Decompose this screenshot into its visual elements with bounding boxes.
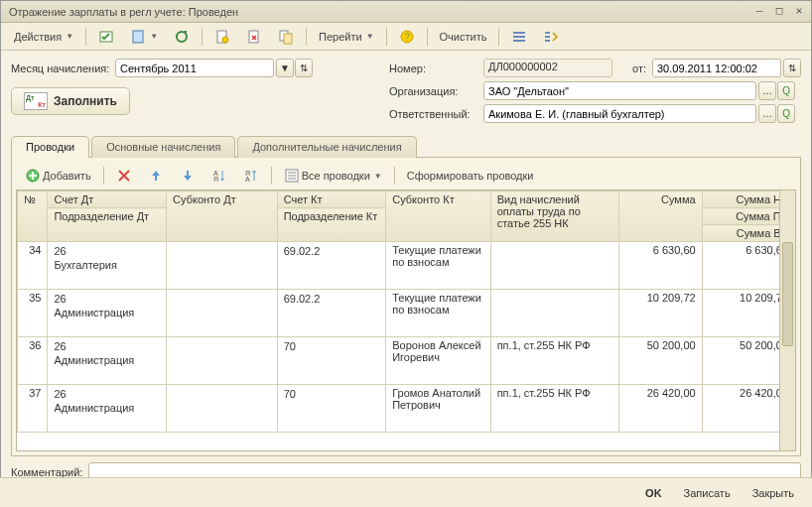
month-spinner-button[interactable]: ⇅ (295, 59, 313, 77)
resp-label: Ответственный: (389, 108, 483, 120)
org-select-button[interactable]: … (758, 81, 776, 100)
resp-search-button[interactable]: Q (777, 104, 795, 123)
refresh-icon[interactable] (167, 26, 197, 48)
fill-button[interactable]: Заполнить (11, 87, 130, 115)
all-entries-button[interactable]: Все проводки ▼ (277, 165, 389, 187)
move-down-icon[interactable] (173, 165, 203, 187)
resp-select-button[interactable]: … (758, 104, 776, 123)
month-label: Месяц начисления: (11, 63, 115, 74)
footer: OK Записать Закрыть (0, 477, 812, 507)
table-row[interactable]: 3426Бухгалтерия69.02.2Текущие платежи по… (18, 242, 795, 290)
month-dropdown-button[interactable]: ▼ (276, 59, 294, 77)
month-input[interactable] (115, 59, 274, 77)
form-entries-label: Сформировать проводки (407, 170, 534, 182)
org-label: Организация: (389, 85, 483, 97)
tab-additional-accruals[interactable]: Дополнительные начисления (237, 136, 416, 158)
titlebar: Отражение зарплаты в регл учете: Проведе… (1, 1, 811, 23)
svg-rect-12 (513, 40, 525, 42)
goto-menu[interactable]: Перейти ▼ (312, 26, 381, 48)
maximize-button[interactable]: □ (771, 5, 787, 19)
org-input[interactable] (483, 81, 756, 100)
svg-rect-11 (513, 36, 525, 38)
form-entries-button[interactable]: Сформировать проводки (400, 165, 541, 187)
settings-icon[interactable] (536, 26, 566, 48)
col-no[interactable]: № (18, 191, 48, 242)
svg-rect-1 (133, 31, 143, 43)
actions-label: Действия (14, 31, 62, 43)
chevron-down-icon: ▼ (366, 32, 374, 41)
col-kt-sub[interactable]: Подразделение Кт (277, 208, 386, 242)
table-row[interactable]: 3726Администрация70Громов Анатолий Петро… (18, 385, 795, 433)
vertical-scrollbar[interactable] (779, 190, 795, 450)
main-toolbar: Действия ▼ ▼ Перейти ▼ ? Очистить (1, 23, 811, 51)
svg-point-4 (222, 37, 228, 43)
close-footer-button[interactable]: Закрыть (746, 484, 800, 502)
table-row[interactable]: 3526Администрация69.02.2Текущие платежи … (18, 290, 795, 337)
date-spinner-button[interactable]: ⇅ (783, 59, 801, 77)
sort-asc-icon[interactable]: AЯ (204, 165, 234, 187)
add-button[interactable]: Добавить (18, 165, 98, 187)
chevron-down-icon: ▼ (374, 172, 382, 181)
entries-table[interactable]: № Счет Дт Субконто Дт Счет Кт Субконто К… (17, 190, 795, 433)
org-search-button[interactable]: Q (777, 81, 795, 100)
svg-text:Я: Я (213, 176, 218, 183)
col-dt[interactable]: Счет Дт (48, 191, 167, 208)
comment-label: Комментарий: (11, 466, 82, 478)
window-title: Отражение зарплаты в регл учете: Проведе… (5, 6, 751, 18)
col-vid[interactable]: Вид начислений оплаты труда по статье 25… (490, 191, 619, 242)
number-value: ДЛ000000002 (483, 59, 612, 77)
goto-label: Перейти (319, 31, 362, 43)
new-doc-icon[interactable] (207, 26, 237, 48)
tab-entries[interactable]: Проводки (11, 136, 89, 158)
entries-toolbar: Добавить AЯ ЯA Все проводки ▼ Сформирова… (16, 162, 796, 190)
svg-text:A: A (245, 176, 250, 183)
col-sub-dt[interactable]: Субконто Дт (167, 191, 278, 242)
col-kt[interactable]: Счет Кт (277, 191, 386, 208)
fill-button-label: Заполнить (54, 94, 117, 108)
date-input[interactable] (652, 59, 781, 77)
basis-icon[interactable] (271, 26, 301, 48)
sort-desc-icon[interactable]: ЯA (236, 165, 266, 187)
resp-input[interactable] (483, 104, 756, 123)
help-icon[interactable]: ? (392, 26, 422, 48)
journal-icon[interactable]: ▼ (123, 26, 165, 48)
ok-button[interactable]: OK (639, 484, 668, 502)
add-label: Добавить (43, 170, 91, 182)
copy-doc-icon[interactable] (239, 26, 269, 48)
actions-menu[interactable]: Действия ▼ (7, 26, 80, 48)
table-row[interactable]: 3626Администрация70Воронов Алексей Игоре… (18, 337, 795, 385)
svg-rect-14 (545, 36, 550, 38)
col-sum[interactable]: Сумма (619, 191, 702, 242)
delete-row-icon[interactable] (109, 165, 139, 187)
chevron-down-icon: ▼ (150, 32, 158, 41)
move-up-icon[interactable] (141, 165, 171, 187)
tab-main-accruals[interactable]: Основные начисления (91, 136, 235, 158)
chevron-down-icon: ▼ (66, 32, 73, 41)
list-icon[interactable] (504, 26, 534, 48)
svg-rect-7 (284, 34, 292, 44)
svg-rect-13 (545, 32, 550, 34)
clear-button[interactable]: Очистить (433, 26, 494, 48)
svg-rect-10 (513, 32, 525, 34)
minimize-button[interactable]: — (751, 5, 767, 19)
clear-label: Очистить (440, 31, 487, 43)
close-button[interactable]: ✕ (791, 5, 807, 19)
post-icon[interactable] (91, 26, 121, 48)
all-entries-label: Все проводки (302, 170, 370, 182)
number-label: Номер: (389, 63, 483, 74)
col-dt-sub[interactable]: Подразделение Дт (48, 208, 167, 242)
accounting-icon (24, 92, 48, 110)
svg-rect-15 (545, 40, 550, 42)
from-label: от: (632, 63, 646, 74)
svg-point-2 (177, 32, 187, 42)
col-sub-kt[interactable]: Субконто Кт (386, 191, 490, 242)
save-button[interactable]: Записать (678, 484, 737, 502)
svg-text:?: ? (404, 32, 410, 43)
tabs-bar: Проводки Основные начисления Дополнитель… (11, 135, 801, 158)
